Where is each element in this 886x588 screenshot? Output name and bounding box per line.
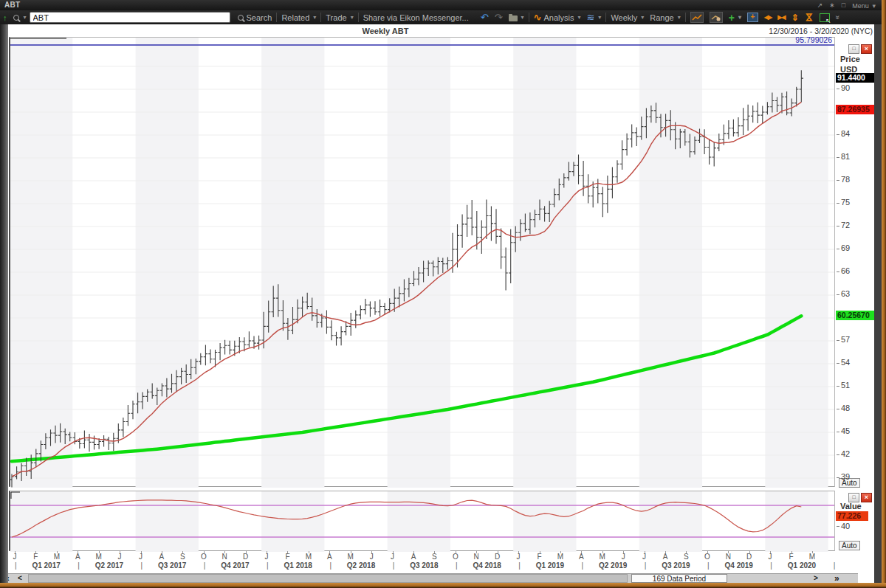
symbol-input[interactable] [30, 12, 230, 23]
month-label: M [51, 553, 63, 561]
undo-button[interactable]: ↶ [478, 11, 492, 24]
quarter-separator: | [78, 561, 80, 570]
add-panel-icon: + [747, 13, 758, 22]
folder-icon [509, 15, 518, 21]
month-label: S [680, 553, 692, 561]
quarter-label: Q1 2020 [776, 561, 828, 570]
month-label: F [786, 553, 797, 561]
related-menu[interactable]: Related▾ [278, 11, 319, 24]
menu-button[interactable]: Menu ▾ [852, 1, 876, 10]
price-tick-label: 75 [837, 198, 850, 207]
month-label: N [219, 553, 230, 561]
selection-box-icon: ↖ [820, 13, 830, 22]
chevron-down-icon: ▾ [24, 14, 27, 21]
toolbar-separator [276, 13, 277, 22]
share-messenger-button[interactable]: Share via Eikon Messenger... [360, 11, 472, 24]
value-axis-auto-button[interactable]: Auto [839, 541, 860, 550]
quarter-label: Q1 2018 [272, 561, 324, 570]
month-label: M [554, 553, 566, 561]
chevron-down-icon: ▾ [598, 14, 601, 21]
open-folder-button[interactable]: ▾ [506, 11, 527, 24]
up-arrow-button[interactable]: ↑ [0, 11, 10, 24]
quarter-label: Q4 2018 [461, 561, 513, 570]
quarter-label: Q2 2018 [335, 561, 387, 570]
chevron-down-icon: ▾ [872, 2, 876, 10]
chevron-down-icon: ▾ [313, 14, 316, 21]
horizontal-line-value-label: 95.799026 [749, 35, 832, 44]
chevron-down-icon: ▾ [521, 14, 524, 21]
price-tick-label: 57 [837, 335, 850, 344]
panel-corner-mark [10, 38, 66, 39]
value-axis: □ × Value 77.226 40 Auto [834, 491, 874, 551]
month-label: M [806, 553, 818, 561]
interval-menu[interactable]: Weekly▾ [608, 11, 647, 24]
month-label: S [428, 553, 440, 561]
chevron-down-icon: ▾ [738, 14, 741, 21]
price-tick-label: 39 [837, 472, 850, 481]
month-label: M [597, 553, 608, 561]
redo-button[interactable]: ↷ [492, 11, 506, 24]
crosshair-button[interactable]: +▾ [726, 11, 744, 24]
quarter-separator: | [456, 561, 458, 570]
price-tick-label: 90 [837, 83, 850, 92]
maximize-icon[interactable]: □ [842, 1, 845, 9]
last-value-box: 77.226 [836, 511, 868, 521]
chart-date-range: 12/30/2016 - 3/20/2020 (NYC) [769, 27, 873, 35]
main-toolbar: ↑ ▾ Search Related▾ Trade▾ Share via Eik… [0, 10, 882, 25]
eikon-chart-window: ABT ↗ ∗ □ Menu ▾ ↑ ▾ Search Related▾ Tra… [0, 0, 886, 588]
restore-panel-icon[interactable]: □ [848, 44, 859, 54]
month-label: N [722, 553, 734, 561]
close-panel-icon[interactable]: × [861, 44, 872, 54]
horizontal-scrollbar: « < 169 Data Period > » [1, 573, 858, 584]
analysis-menu[interactable]: ∿Analysis▾ [531, 11, 584, 24]
quarter-label: Q1 2019 [524, 561, 576, 570]
quarter-label: Q1 2017 [21, 561, 72, 570]
expand-horizontal-button[interactable]: ◀▶ [761, 11, 775, 24]
hourglass-icon[interactable]: ⋈ [803, 10, 815, 25]
trade-menu[interactable]: Trade▾ [323, 11, 356, 24]
quarter-label: Q3 2018 [398, 561, 450, 570]
price-tick-label: 84 [837, 129, 850, 138]
quote-search-button[interactable]: ▾ [10, 11, 30, 24]
select-region-button[interactable]: ↖ [817, 11, 833, 24]
quarter-label: Q2 2019 [587, 561, 639, 570]
search-button[interactable]: Search [235, 11, 275, 24]
month-label: A [323, 553, 335, 561]
popout-icon[interactable]: ↗ [817, 1, 823, 9]
quarter-separator: | [582, 561, 584, 570]
price-tick-label: 48 [837, 404, 850, 412]
month-label: J [9, 553, 21, 561]
quarter-separator: | [393, 561, 395, 570]
quarter-separator: | [267, 561, 269, 570]
add-panel-button[interactable]: + [744, 11, 761, 24]
chart-type-button[interactable] [687, 11, 707, 24]
close-panel-icon[interactable]: × [861, 493, 872, 502]
moving-average-price-box: 87.26935 [836, 105, 875, 114]
chevron-down-icon: ▾ [577, 14, 580, 21]
oscillator-chart-canvas[interactable] [9, 491, 834, 551]
scrollbar-thumb[interactable] [28, 574, 628, 583]
more-options-button[interactable]: » [831, 13, 844, 23]
oscillator-svg[interactable] [10, 491, 836, 552]
range-menu[interactable]: Range▾ [647, 11, 683, 24]
price-tick-label: 63 [837, 289, 850, 298]
pin-icon[interactable]: ∗ [829, 1, 835, 9]
month-label: J [387, 553, 399, 561]
layers-menu[interactable]: ≋▾ [583, 11, 604, 24]
toolbar-separator [358, 13, 359, 22]
toolbar-separator [605, 13, 606, 22]
expand-vertical-button[interactable]: ⇕ [789, 11, 802, 24]
month-label: J [365, 553, 377, 561]
crosshair-icon: + [729, 12, 735, 24]
price-tick-label: 81 [837, 152, 850, 161]
chart-pan-button[interactable] [707, 11, 726, 24]
price-tick-label: 51 [837, 381, 850, 390]
price-chart-canvas[interactable] [9, 37, 834, 487]
collapse-horizontal-button[interactable]: ▶◀ [775, 11, 788, 24]
pan-chart-icon [710, 12, 723, 23]
month-label: O [450, 553, 461, 561]
price-axis: □ × Price USD 91.4400 87.26935 60.25670 … [834, 37, 874, 487]
month-label: F [534, 553, 546, 561]
toolbar-separator [320, 13, 321, 22]
price-chart-svg[interactable] [10, 38, 836, 488]
